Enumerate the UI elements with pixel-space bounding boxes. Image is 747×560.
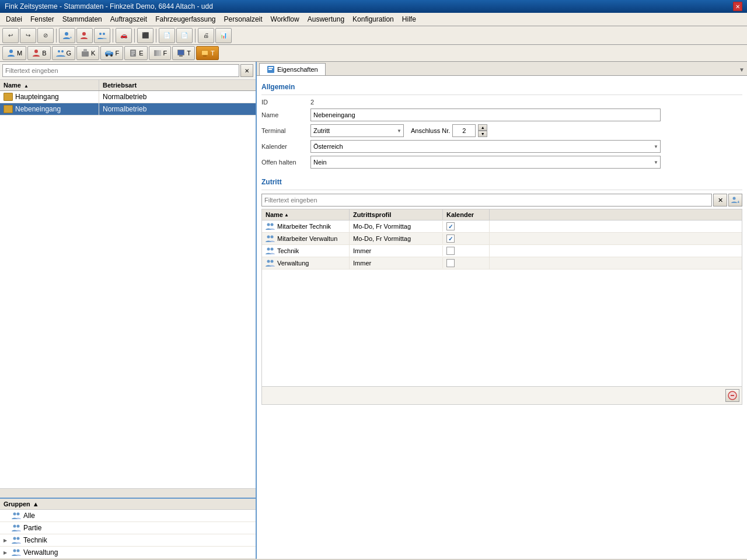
properties-content: Allgemein ID 2 Name Terminal Zutritt Ans… — [257, 76, 747, 559]
kalender-checkbox[interactable] — [446, 259, 455, 267]
group-technik[interactable]: ▶ Technik — [0, 534, 256, 547]
toolbar-sep2 — [113, 29, 113, 43]
anschluss-input[interactable] — [452, 124, 476, 137]
menu-auswertung[interactable]: Auswertung — [304, 14, 348, 24]
filter-clear-button[interactable]: ✕ — [240, 64, 253, 77]
group-person-icon — [266, 235, 275, 243]
row-haupteingang-betrieb: Normalbetrieb — [99, 91, 256, 103]
table-row[interactable]: Nebeneingang Normalbetrieb — [0, 103, 256, 116]
zt-row[interactable]: Technik Immer — [262, 245, 742, 257]
svg-point-0 — [65, 32, 68, 36]
anschluss-group: Anschluss Nr. ▲ ▼ — [406, 124, 487, 137]
col-betrieb-header[interactable]: Betriebsart — [99, 80, 256, 90]
anschluss-up[interactable]: ▲ — [478, 124, 487, 131]
zt-col-profile[interactable]: Zutrittsprofil — [350, 209, 443, 220]
menu-fenster[interactable]: Fenster — [27, 14, 58, 24]
toolbar-doc2[interactable]: 📄 — [176, 28, 193, 43]
nav-f2[interactable]: F — [149, 46, 172, 60]
svg-text:+: + — [69, 35, 72, 40]
toolbar-black[interactable]: ⬛ — [137, 28, 153, 43]
kalender-select[interactable]: Österreich — [310, 140, 661, 153]
nav-e[interactable]: E — [124, 46, 147, 60]
zutritt-filter-input[interactable] — [261, 194, 712, 206]
groups-header[interactable]: Gruppen ▲ — [0, 499, 256, 510]
kalender-checkbox[interactable] — [446, 222, 455, 230]
groups-section: Gruppen ▲ Alle Partie ▶ Technik ▶ — [0, 498, 256, 559]
menu-hilfe[interactable]: Hilfe — [399, 14, 420, 24]
menu-personalzeit[interactable]: Personalzeit — [221, 14, 266, 24]
horizontal-scrollbar[interactable] — [0, 488, 256, 498]
toolbar-forward[interactable]: ↪ — [20, 28, 36, 43]
zutritt-filter-clear[interactable]: ✕ — [713, 194, 727, 206]
svg-point-42 — [267, 236, 270, 239]
id-label: ID — [261, 99, 308, 106]
toolbar-car[interactable]: 🚗 — [116, 28, 132, 43]
col-name-header[interactable]: Name ▲ — [0, 80, 99, 90]
nav-b[interactable]: B — [27, 46, 50, 60]
toolbar: ↩ ↪ ⊘ + 🚗 ⬛ 📄 📄 🖨 📊 — [0, 26, 747, 45]
zutritt-delete-button[interactable] — [725, 389, 739, 402]
terminal-label: Terminal — [261, 127, 308, 134]
menu-konfiguration[interactable]: Konfiguration — [349, 14, 397, 24]
group-persons-icon — [12, 536, 21, 544]
zt-row-kalender — [443, 257, 490, 269]
svg-point-34 — [17, 550, 20, 552]
menu-fahrzeugerfassung[interactable]: Fahrzeugerfassung — [152, 14, 219, 24]
toolbar-sep5 — [195, 29, 196, 43]
menu-stammdaten[interactable]: Stammdaten — [59, 14, 106, 24]
zt-row-kalender — [443, 245, 490, 257]
svg-rect-10 — [83, 49, 87, 52]
zt-row[interactable]: Mitarbeiter Verwaltun Mo-Do, Fr Vormitta… — [262, 233, 742, 245]
close-button[interactable]: ✕ — [733, 2, 742, 11]
svg-point-13 — [110, 54, 113, 57]
nav-t-active[interactable]: T — [196, 46, 219, 60]
toolbar-print[interactable]: 🖨 — [198, 28, 214, 43]
menu-datei[interactable]: Datei — [2, 14, 26, 24]
group-verwaltung[interactable]: ▶ Verwaltung — [0, 547, 256, 559]
toolbar-add-person[interactable]: + — [59, 28, 75, 43]
toolbar-chart[interactable]: 📊 — [215, 28, 232, 43]
zt-col-name[interactable]: Name ▲ — [262, 209, 350, 220]
terminal-select[interactable]: Zutritt — [310, 124, 404, 137]
svg-rect-36 — [268, 67, 273, 68]
menu-workflow[interactable]: Workflow — [267, 14, 303, 24]
group-person-icon — [266, 259, 275, 267]
svg-point-30 — [17, 525, 20, 528]
zt-row[interactable]: Verwaltung Immer — [262, 257, 742, 270]
nav-k[interactable]: K — [76, 46, 99, 60]
zt-row[interactable]: Mitarbeiter Technik Mo-Do, Fr Vormittag — [262, 220, 742, 233]
table-row[interactable]: Haupteingang Normalbetrieb — [0, 91, 256, 103]
zutritt-add-button[interactable]: + — [728, 194, 742, 206]
kalender-checkbox[interactable] — [446, 247, 455, 255]
row-nebeneingang-betrieb: Normalbetrieb — [99, 103, 256, 115]
nav-f[interactable]: F — [100, 46, 123, 60]
toolbar-doc1[interactable]: 📄 — [159, 28, 175, 43]
zt-sort-arrow: ▲ — [284, 212, 289, 218]
kalender-checkbox[interactable] — [446, 235, 455, 243]
nav-m[interactable]: M — [2, 46, 26, 60]
nav-g[interactable]: G — [52, 46, 76, 60]
nav-t-terminal[interactable]: T — [172, 46, 195, 60]
tab-dropdown-arrow[interactable]: ▼ — [739, 66, 745, 73]
zt-row-extra — [490, 237, 742, 240]
zutritt-filter-bar: ✕ + — [261, 194, 742, 206]
filter-input[interactable] — [2, 64, 239, 77]
eigenschaften-tab[interactable]: Eigenschaften — [259, 63, 326, 75]
name-input[interactable] — [310, 108, 661, 121]
anschluss-label: Anschluss Nr. — [411, 127, 450, 134]
zt-row-extra — [490, 225, 742, 228]
toolbar-remove-person[interactable] — [76, 28, 93, 43]
toolbar-back[interactable]: ↩ — [2, 28, 19, 43]
group-alle[interactable]: Alle — [0, 510, 256, 522]
toolbar-stop[interactable]: ⊘ — [37, 28, 54, 43]
svg-point-7 — [58, 50, 60, 52]
group-partie[interactable]: Partie — [0, 522, 256, 534]
zutritt-table-header: Name ▲ Zutrittsprofil Kalender — [262, 209, 742, 220]
anschluss-down[interactable]: ▼ — [478, 131, 487, 137]
zt-row-profile: Mo-Do, Fr Vormittag — [350, 233, 443, 244]
offen-select[interactable]: Nein Ja — [310, 156, 661, 169]
svg-rect-22 — [178, 50, 184, 55]
menu-auftragszeit[interactable]: Auftragszeit — [107, 14, 151, 24]
toolbar-group[interactable] — [94, 28, 110, 43]
zt-col-kalender[interactable]: Kalender — [443, 209, 490, 220]
